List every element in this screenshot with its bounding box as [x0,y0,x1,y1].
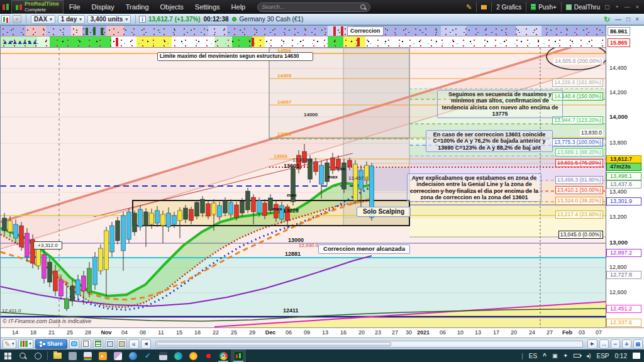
calculator-button[interactable] [155,349,170,362]
window-restore-icon[interactable]: ▢ [604,4,611,10]
chart-minimize-icon[interactable]: — [615,16,621,23]
cortana-button[interactable] [30,349,45,362]
snipping-app-button[interactable] [80,349,95,362]
chat-button[interactable] [69,339,79,349]
collapse-toolbar-button[interactable]: « [129,339,139,349]
window-pin-icon[interactable]: + [615,4,619,10]
menu-trading[interactable]: Trading [120,3,155,11]
menu-settings[interactable]: Settings [189,3,226,11]
flag-button[interactable] [476,2,487,12]
zoom-in-button[interactable]: + [622,339,631,349]
annotation-encaso[interactable]: En caso de ser correccion 13601 coincide… [426,130,553,152]
axis-price-label: 13,800 [606,140,644,146]
dealthru-button[interactable]: DealThru [561,2,600,12]
todo-app-button[interactable]: ✓ [140,349,155,362]
menu-file[interactable]: File [64,3,86,11]
search-icon[interactable] [360,4,366,10]
tray-window-icon[interactable]: ▣ [552,353,558,359]
annotation-plus3312[interactable]: +3,312.0 [33,241,62,250]
axis-date-label: 08 [140,329,146,336]
news-button[interactable] [81,339,91,349]
prorealtime-taskbar-button[interactable] [231,349,246,362]
axis-date-label: 25 [67,329,73,336]
info-icon[interactable]: i [139,16,146,23]
fib-level-label: 14,505.6 (200.00%) [553,58,603,65]
zoom-fit-button[interactable]: ↔ [599,339,609,349]
annotation-limite[interactable]: Limite maximo del movimiento segun estru… [157,52,313,61]
browser-app-button[interactable] [125,349,140,362]
price-axis[interactable]: 86.961 15.865 14,40014,20014,00013,80013… [606,26,644,327]
notification-center-icon[interactable] [633,353,640,359]
chart-maximize-icon[interactable]: □ [626,16,630,23]
file-explorer-button[interactable] [50,349,65,362]
axis-date-label: 14 [12,329,18,336]
triangle-signals-icon: ▲▲▲▲▲▲▲ [2,38,36,45]
chevron-down-icon: ▾ [29,341,31,346]
grafics-button[interactable]: 2 Grafics [491,2,521,12]
workspace-icon[interactable]: ✓ [13,15,21,23]
horizontal-scrollbar[interactable] [155,341,583,348]
units-select[interactable]: 3,400 units▾ [87,15,131,24]
axis-date-label: 18 [194,329,201,336]
start-button[interactable] [0,349,15,362]
window-minimize-icon[interactable]: — [625,4,631,10]
annotation-solo-scalping[interactable]: Solo Scalping [357,207,411,217]
indicator-pane-correccion[interactable]: Correccion [1,26,606,36]
opera-button[interactable] [201,349,216,362]
axis-date-label: 20 [358,329,365,336]
taskbar-search-button[interactable] [15,349,30,362]
price-chart[interactable]: 14506143051409714000138361366613,818.513… [1,48,606,327]
chart-type-button[interactable]: ▾ [18,339,33,349]
settings-tools-button[interactable] [117,339,127,349]
tray-dropbox-icon[interactable]: ✦ [563,353,568,359]
timeframe-select[interactable]: 1 day▾ [58,15,85,24]
annotation-seguimos[interactable]: Seguimos en secuencia de maximos y minim… [437,90,563,118]
scroll-right-button[interactable]: ▶ [587,339,597,349]
chevron-down-icon: ▾ [125,17,128,22]
menu-help[interactable]: Help [226,3,252,11]
chrome-icon [219,352,228,360]
annotation-correccion-menor[interactable]: Correccion menor alcanzada [318,244,410,254]
pencil-icon: ✎ [4,340,10,348]
draw-tool-button[interactable]: ✎ ▾ [3,339,16,349]
device-app-button[interactable] [65,349,80,362]
input-language[interactable]: ESP [597,353,609,359]
volume-icon[interactable]: ◂) [586,353,591,359]
keyboard-lang[interactable]: ES [529,353,537,359]
battery-icon[interactable] [574,354,580,358]
clock[interactable]: 0:12 [615,353,627,359]
indicator-pane-signals[interactable]: ▲▲▲▲▲▲▲ [1,36,606,48]
axis-date-label: 16 [340,329,347,336]
window-close-icon[interactable]: × [636,4,640,10]
draw-marker-button[interactable]: ✎ [462,2,472,12]
instrument-select[interactable]: DAX▾ [31,15,55,24]
windows-button[interactable] [105,339,115,349]
powershell-button[interactable]: ▸ [95,349,110,362]
annotation-ayer[interactable]: Ayer explicabamos que estabamos en zona … [407,173,541,202]
windows-taskbar: ▸ ✓ | ES ^ ▣ ✦ ◂) ESP 0:12 [0,349,644,362]
axis-price-label: 14,000 [606,113,644,120]
axis-date-label: 11 [158,329,164,336]
market-open-icon [232,17,236,21]
correccion-label[interactable]: Correccion [347,26,384,36]
scrollbar-thumb[interactable] [157,342,391,346]
zoom-out-button[interactable]: − [611,339,620,349]
menu-objects[interactable]: Objects [155,3,189,11]
firefox-button[interactable] [186,349,201,362]
axis-settings-button[interactable]: ▤ [633,339,643,349]
orders-list-button[interactable] [93,339,103,349]
time-axis[interactable]: 1418212528Nov0408111518222529Dec06091316… [1,327,644,337]
docs-app-button[interactable] [110,349,125,362]
push-button[interactable]: Push+ [526,2,557,12]
share-button[interactable]: Share [35,339,67,349]
edge-button[interactable] [170,349,186,362]
scroll-left-button[interactable]: ◀ [141,339,151,349]
tray-expand-button[interactable]: ^ [543,353,547,359]
search-input[interactable]: Search... [257,3,370,12]
marker-icon: ✎ [466,3,472,11]
refresh-icon[interactable]: ↻ [604,15,610,24]
menu-display[interactable]: Display [86,3,120,11]
candles-style-icon[interactable] [1,15,10,23]
chrome-button[interactable] [216,349,231,362]
chart-close-icon[interactable]: × [635,16,639,23]
